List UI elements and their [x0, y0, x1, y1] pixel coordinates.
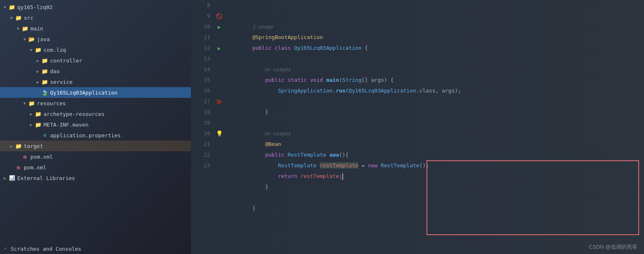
arrow-icon: ▼: [8, 16, 15, 20]
tree-label: pom.xml: [30, 154, 53, 160]
code-line-23: }: [225, 192, 644, 203]
code-line-8: [225, 0, 644, 11]
code-line-9b: @SpringBootApplication: [225, 21, 644, 32]
line-num-20: 20: [191, 128, 210, 139]
library-icon: 📊: [8, 175, 16, 181]
sidebar: ▼ 📁 qy165-lzq02 ▼ 📁 src ▼ 📁 main ▼ 📂 jav…: [0, 0, 191, 254]
tree-label: com.lzq: [44, 47, 66, 53]
watermark: CSDN @低调的黑客: [589, 243, 637, 251]
warning-icon: 💡: [216, 130, 223, 137]
line-num-13: 13: [191, 53, 210, 64]
arrow-icon: ▼: [21, 101, 28, 106]
arrow-icon: ▼: [2, 5, 8, 9]
code-lines: 1 usage @SpringBootApplication public cl…: [225, 0, 644, 254]
folder-icon: 📁: [34, 111, 42, 117]
tree-item-archetype-resources[interactable]: ▶ 📁 archetype-resources: [0, 109, 191, 119]
folder-icon: 📁: [34, 122, 42, 128]
arrow-icon: ▼: [21, 37, 28, 42]
gutter-10: ▶: [213, 21, 225, 32]
tree-item-scratches[interactable]: ⚡ Scratches and Consoles: [0, 243, 191, 254]
annotation-springboot: @SpringBootApplication: [252, 34, 323, 40]
maven-icon: m: [21, 154, 29, 160]
tree-label: service: [50, 79, 73, 85]
tree-item-main-class[interactable]: 🍃 Qy165Lzq03Application: [0, 87, 191, 98]
class-name: Qy165Lzq03Application: [294, 45, 361, 51]
gutter-13: [213, 53, 225, 64]
kw-class: class: [275, 45, 294, 51]
gutter-22: [213, 150, 225, 160]
tree-item-java[interactable]: ▼ 📂 java: [0, 34, 191, 44]
line-num-12: 12: [191, 43, 210, 53]
tree-item-controller[interactable]: ▶ 📁 controller: [0, 55, 191, 66]
code-line-12-hint: no usages: [225, 53, 644, 64]
folder-java-icon: 📂: [28, 36, 35, 42]
tree-item-src[interactable]: ▼ 📁 src: [0, 12, 191, 23]
bean-icon: 🫘: [216, 99, 222, 104]
arrow-icon: ▶: [34, 58, 41, 63]
tree-item-pom-xml-2[interactable]: m pom.xml: [0, 162, 191, 173]
tree-label: dao: [50, 68, 60, 74]
tree-label: target: [24, 143, 43, 149]
tree-item-target[interactable]: ▶ 📁 target: [0, 141, 191, 151]
arrow-icon: ▶: [34, 69, 41, 74]
line-num-16: 16: [191, 85, 210, 96]
gutter-16: [213, 85, 225, 96]
brace: {: [362, 45, 368, 51]
tree-item-service[interactable]: ▶ 📁 service: [0, 76, 191, 87]
line-num-23: 23: [191, 160, 210, 171]
folder-icon: 📁: [41, 68, 48, 74]
line-num-22: 22: [191, 150, 210, 160]
line-num-15: 15: [191, 75, 210, 85]
line-num-18: 18: [191, 107, 210, 118]
spring-boot-icon: 🍃: [41, 90, 48, 96]
code-editor[interactable]: 8 9 10 11 12 13 14 15 16 17 18 19 20 21 …: [191, 0, 644, 254]
code-line-17-hint: no usages: [225, 118, 644, 128]
tree-item-resources[interactable]: ▼ 📁 resources: [0, 98, 191, 109]
line-num-8: 8: [191, 0, 210, 11]
tree-item-dao[interactable]: ▶ 📁 dao: [0, 66, 191, 76]
tree-label: controller: [50, 58, 82, 64]
gutter-11: [213, 32, 225, 43]
folder-icon: 📁: [41, 58, 48, 64]
tree-label: pom.xml: [24, 164, 46, 171]
gutter: 🚫 ▶ ▶ 🫘 💡: [213, 0, 225, 254]
tree-item-external-libraries[interactable]: ▶ 📊 External Libraries: [0, 173, 191, 183]
props-icon: ⚙: [41, 132, 48, 138]
scratches-icon: ⚡: [2, 246, 9, 252]
gutter-17: 🫘: [213, 96, 225, 107]
maven-icon: m: [15, 164, 22, 171]
tree-label: Scratches and Consoles: [11, 246, 81, 252]
folder-orange-icon: 📁: [15, 143, 22, 149]
gutter-21: [213, 139, 225, 150]
no-entry-icon: 🚫: [216, 13, 222, 19]
arrow-icon: ▶: [34, 80, 41, 84]
tree-label: META-INF.maven: [44, 122, 89, 128]
run-icon[interactable]: ▶: [218, 24, 221, 30]
gutter-15: [213, 75, 225, 85]
folder-icon: 📁: [34, 47, 42, 53]
tree-item-pom-xml-1[interactable]: m pom.xml: [0, 151, 191, 162]
folder-icon: 📁: [28, 100, 35, 106]
tree-item-main[interactable]: ▼ 📁 main: [0, 23, 191, 34]
gutter-9: 🚫: [213, 11, 225, 21]
tree-label: main: [30, 25, 43, 32]
folder-icon: 📁: [41, 79, 48, 85]
tree-item-qy165-lzq02[interactable]: ▼ 📁 qy165-lzq02: [0, 2, 191, 12]
tree-label: application.properties: [50, 132, 121, 139]
usage-hint-9: 1 usage: [252, 24, 273, 30]
tree-item-application-properties[interactable]: ⚙ application.properties: [0, 130, 191, 141]
tree-item-meta-inf[interactable]: ▶ 📁 META-INF.maven: [0, 119, 191, 130]
run-icon[interactable]: ▶: [218, 45, 221, 51]
code-line-15: }: [225, 96, 644, 107]
gutter-12: ▶: [213, 43, 225, 53]
gutter-18: [213, 107, 225, 118]
tree-item-com-lzq[interactable]: ▼ 📁 com.lzq: [0, 44, 191, 55]
folder-icon: 📁: [8, 4, 16, 10]
arrow-icon: ▶: [2, 176, 8, 180]
tree-label: qy165-lzq02: [17, 4, 53, 10]
line-num-11: 11: [191, 32, 210, 43]
line-num-9: 9: [191, 11, 210, 21]
code-content: 8 9 10 11 12 13 14 15 16 17 18 19 20 21 …: [191, 0, 644, 254]
line-num-10: 10: [191, 21, 210, 32]
code-line-9: 1 usage: [225, 11, 644, 21]
